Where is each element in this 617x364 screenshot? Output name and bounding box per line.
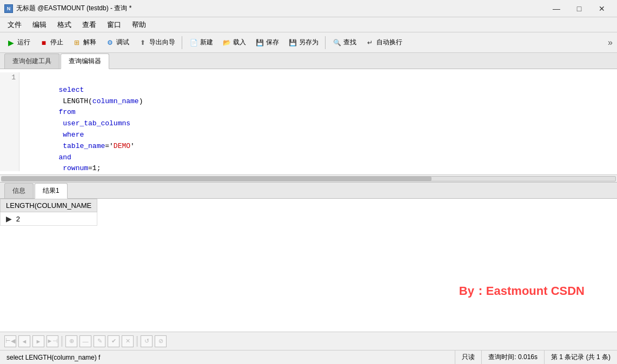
export-icon: ⬆ <box>138 38 148 48</box>
save-button[interactable]: 💾 保存 <box>251 36 283 50</box>
save-icon: 💾 <box>255 38 264 48</box>
row-indicator: ▶ <box>6 214 14 223</box>
toolbar-expand[interactable]: » <box>606 37 615 49</box>
editor-content[interactable]: 1 select LENGTH(column_name) from user_t… <box>0 69 617 174</box>
tab-query-editor[interactable]: 查询编辑器 <box>61 53 109 69</box>
results-area: 信息 结果1 LENGTH(COLUMN_NAME ▶ 2 By：Eastmou… <box>0 183 617 350</box>
explain-button[interactable]: ⊞ 解释 <box>68 36 100 50</box>
status-readonly: 只读 <box>455 350 482 364</box>
nav-last-button[interactable]: ►⊣ <box>47 335 58 347</box>
nav-confirm-button[interactable]: ✔ <box>108 335 120 347</box>
find-label: 查找 <box>343 38 356 47</box>
explain-label: 解释 <box>83 38 96 47</box>
editor-scrollbar[interactable] <box>0 174 617 182</box>
load-button[interactable]: 📂 载入 <box>218 36 250 50</box>
cell-value: ▶ 2 <box>1 212 97 226</box>
toolbar-separator-1 <box>182 36 182 49</box>
close-button[interactable]: ✕ <box>591 2 613 16</box>
menu-window[interactable]: 窗口 <box>102 18 127 31</box>
scrollbar-track[interactable] <box>1 176 616 181</box>
status-records: 第 1 条记录 (共 1 条) <box>545 350 617 364</box>
query-tab-bar: 查询创建工具 查询编辑器 <box>0 53 617 69</box>
results-table: LENGTH(COLUMN_NAME ▶ 2 <box>0 199 97 226</box>
app-icon: N <box>4 4 13 13</box>
nav-cancel-button[interactable]: ✕ <box>122 335 134 347</box>
new-button[interactable]: 📄 新建 <box>185 36 217 50</box>
find-icon: 🔍 <box>332 38 342 48</box>
saveas-icon: 💾 <box>288 38 297 48</box>
results-tab-bar: 信息 结果1 <box>0 183 617 199</box>
autowrap-label: 自动换行 <box>376 38 402 47</box>
new-icon: 📄 <box>189 38 198 48</box>
nav-separator-2 <box>137 336 137 347</box>
autowrap-icon: ↵ <box>365 38 375 48</box>
maximize-button[interactable]: □ <box>568 2 590 16</box>
toolbar: ▶ 运行 ■ 停止 ⊞ 解释 ⚙ 调试 ⬆ 导出向导 📄 新建 📂 载入 💾 保… <box>0 32 617 53</box>
new-label: 新建 <box>200 38 213 47</box>
toolbar-separator-2 <box>325 36 326 49</box>
menu-view[interactable]: 查看 <box>77 18 102 31</box>
stop-icon: ■ <box>39 38 49 48</box>
save-label: 保存 <box>266 38 279 47</box>
run-icon: ▶ <box>6 38 16 48</box>
saveas-button[interactable]: 💾 另存为 <box>284 36 322 50</box>
stop-label: 停止 <box>50 38 63 47</box>
saveas-label: 另存为 <box>299 38 319 47</box>
debug-icon: ⚙ <box>105 38 115 48</box>
window-controls: — □ ✕ <box>546 2 613 16</box>
nav-add-button[interactable]: ⊕ <box>65 335 77 347</box>
debug-button[interactable]: ⚙ 调试 <box>101 36 133 50</box>
col-header-length: LENGTH(COLUMN_NAME <box>1 199 97 212</box>
export-button[interactable]: ⬆ 导出向导 <box>134 36 179 50</box>
autowrap-button[interactable]: ↵ 自动换行 <box>361 36 406 50</box>
load-label: 载入 <box>233 38 246 47</box>
load-icon: 📂 <box>222 38 231 48</box>
nav-first-button[interactable]: ⊢◀ <box>4 335 16 347</box>
sql-line-1: select LENGTH(column_name) from user_tab… <box>25 73 612 174</box>
explain-icon: ⊞ <box>72 38 82 48</box>
line-numbers: 1 <box>0 72 19 171</box>
tab-result1[interactable]: 结果1 <box>35 183 68 199</box>
menu-file[interactable]: 文件 <box>2 18 27 31</box>
nav-toolbar: ⊢◀ ◄ ► ►⊣ ⊕ — ✎ ✔ ✕ ↺ ⊘ <box>0 332 617 350</box>
results-content: LENGTH(COLUMN_NAME ▶ 2 By：Eastmount CSDN <box>0 199 617 332</box>
nav-prev-button[interactable]: ◄ <box>18 335 30 347</box>
debug-label: 调试 <box>116 38 129 47</box>
menu-format[interactable]: 格式 <box>52 18 77 31</box>
status-sql-preview: select LENGTH(column_name) f <box>0 350 455 364</box>
menu-edit[interactable]: 编辑 <box>27 18 52 31</box>
window-title: 无标题 @EASTMOUNT (testdb) - 查询 * <box>16 4 546 13</box>
status-bar: select LENGTH(column_name) f 只读 查询时间: 0.… <box>0 350 617 364</box>
nav-next-button[interactable]: ► <box>32 335 44 347</box>
editor-area: 1 select LENGTH(column_name) from user_t… <box>0 69 617 183</box>
menu-bar: 文件 编辑 格式 查看 窗口 帮助 <box>0 17 617 32</box>
nav-delete-button[interactable]: — <box>79 335 91 347</box>
nav-refresh-button[interactable]: ↺ <box>141 335 152 347</box>
title-bar: N 无标题 @EASTMOUNT (testdb) - 查询 * — □ ✕ <box>0 0 617 17</box>
find-button[interactable]: 🔍 查找 <box>328 36 360 50</box>
run-button[interactable]: ▶ 运行 <box>2 36 34 50</box>
scrollbar-thumb[interactable] <box>2 177 432 181</box>
tab-query-creator[interactable]: 查询创建工具 <box>4 53 59 69</box>
status-query-time: 查询时间: 0.016s <box>482 350 545 364</box>
sql-content: select LENGTH(column_name) from user_tab… <box>19 72 617 171</box>
nav-separator-1 <box>62 336 62 347</box>
menu-help[interactable]: 帮助 <box>127 18 151 31</box>
run-label: 运行 <box>17 38 30 47</box>
nav-stop-button[interactable]: ⊘ <box>155 335 167 347</box>
watermark: By：Eastmount CSDN <box>459 283 585 299</box>
export-label: 导出向导 <box>149 38 175 47</box>
stop-button[interactable]: ■ 停止 <box>35 36 67 50</box>
table-row[interactable]: ▶ 2 <box>1 212 97 226</box>
nav-edit-button[interactable]: ✎ <box>94 335 105 347</box>
tab-info[interactable]: 信息 <box>4 183 34 198</box>
minimize-button[interactable]: — <box>546 2 567 16</box>
